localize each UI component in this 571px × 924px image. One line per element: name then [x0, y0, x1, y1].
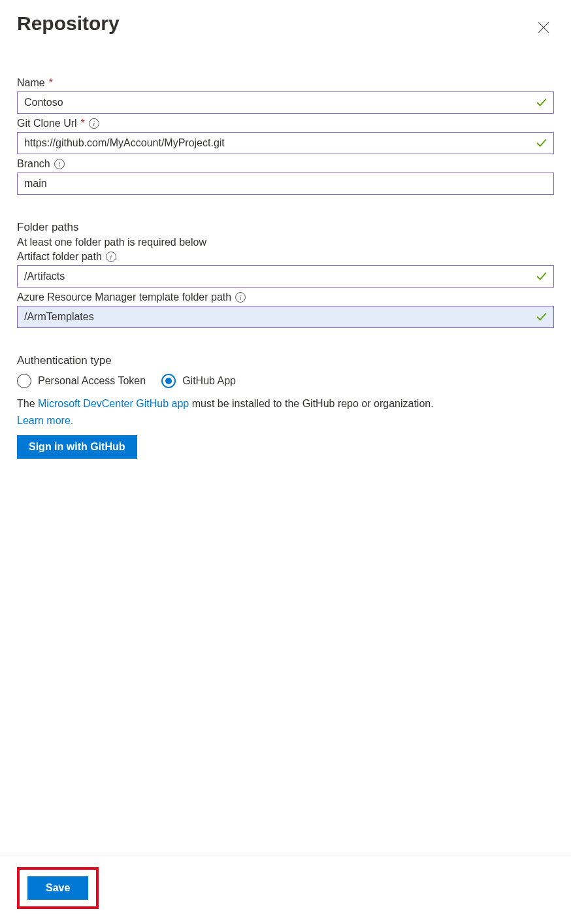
info-icon[interactable]: i [106, 252, 116, 262]
panel-footer: Save [0, 855, 571, 924]
github-app-link[interactable]: Microsoft DevCenter GitHub app [38, 398, 189, 409]
save-highlight-box: Save [17, 867, 99, 909]
radio-icon-selected [161, 374, 176, 388]
artifact-field: Artifact folder path i [17, 251, 554, 288]
valid-check-icon [536, 271, 547, 282]
folder-section: Folder paths At least one folder path is… [17, 221, 554, 328]
radio-dot [165, 378, 172, 384]
auth-option-pat[interactable]: Personal Access Token [17, 374, 146, 388]
required-indicator: * [81, 118, 85, 129]
artifact-input-wrap [17, 265, 554, 288]
arm-input-wrap [17, 306, 554, 328]
giturl-input-wrap [17, 132, 554, 154]
learn-more-row: Learn more. [17, 413, 554, 429]
radio-icon [17, 374, 31, 388]
valid-check-icon [536, 97, 547, 108]
auth-section: Authentication type Personal Access Toke… [17, 354, 554, 459]
name-input[interactable] [17, 91, 554, 114]
auth-text-suffix: must be installed to the GitHub repo or … [189, 398, 433, 409]
save-button[interactable]: Save [27, 876, 88, 900]
close-button[interactable] [533, 17, 554, 38]
folder-section-title: Folder paths [17, 221, 554, 234]
auth-option-ghapp-label: GitHub App [182, 375, 236, 387]
required-indicator: * [49, 77, 53, 89]
name-field: Name * [17, 77, 554, 114]
branch-field: Branch i [17, 158, 554, 195]
name-label: Name [17, 77, 45, 89]
panel-header: Repository [17, 12, 554, 38]
name-input-wrap [17, 91, 554, 114]
artifact-input[interactable] [17, 265, 554, 288]
giturl-label: Git Clone Url [17, 118, 77, 129]
auth-helper-text: The Microsoft DevCenter GitHub app must … [17, 396, 554, 412]
auth-option-ghapp[interactable]: GitHub App [161, 374, 236, 388]
branch-label-row: Branch i [17, 158, 554, 170]
folder-section-subtitle: At least one folder path is required bel… [17, 237, 554, 248]
valid-check-icon [536, 137, 547, 149]
arm-label: Azure Resource Manager template folder p… [17, 291, 231, 303]
info-icon[interactable]: i [54, 159, 65, 169]
auth-text-prefix: The [17, 398, 38, 409]
branch-label: Branch [17, 158, 50, 170]
repository-panel: Repository Name * Git Clone Url * i [0, 0, 571, 852]
branch-input-wrap [17, 173, 554, 195]
panel-title: Repository [17, 12, 120, 35]
arm-label-row: Azure Resource Manager template folder p… [17, 291, 554, 303]
auth-section-title: Authentication type [17, 354, 554, 367]
artifact-label: Artifact folder path [17, 251, 102, 263]
giturl-input[interactable] [17, 132, 554, 154]
giturl-field: Git Clone Url * i [17, 118, 554, 154]
artifact-label-row: Artifact folder path i [17, 251, 554, 263]
arm-input[interactable] [17, 306, 554, 328]
arm-field: Azure Resource Manager template folder p… [17, 291, 554, 328]
auth-radio-group: Personal Access Token GitHub App [17, 374, 554, 388]
valid-check-icon [536, 311, 547, 323]
auth-option-pat-label: Personal Access Token [38, 375, 146, 387]
branch-input[interactable] [17, 173, 554, 195]
info-icon[interactable]: i [235, 292, 246, 303]
learn-more-link[interactable]: Learn more. [17, 415, 73, 426]
giturl-label-row: Git Clone Url * i [17, 118, 554, 129]
close-icon [538, 22, 549, 33]
name-label-row: Name * [17, 77, 554, 89]
sign-in-with-github-button[interactable]: Sign in with GitHub [17, 435, 137, 459]
info-icon[interactable]: i [89, 118, 99, 129]
